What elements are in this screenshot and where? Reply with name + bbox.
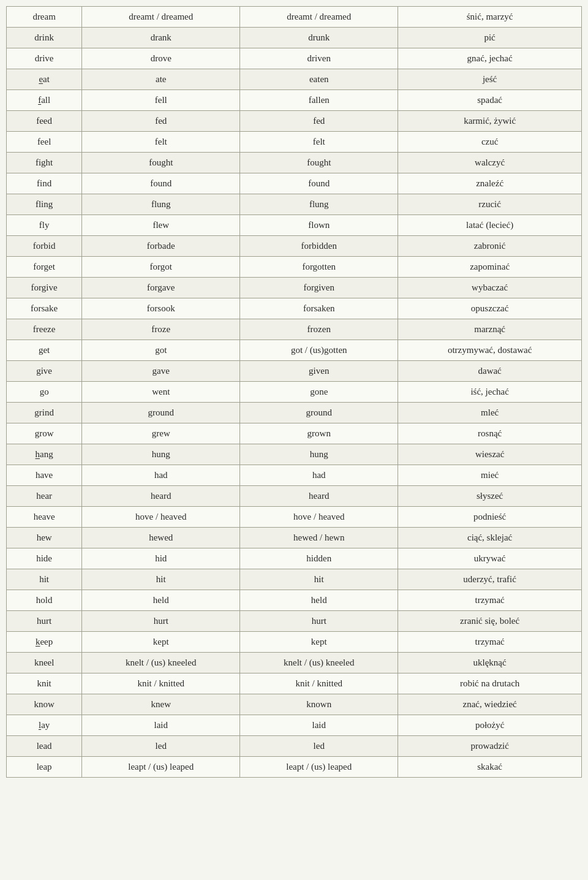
cell-col2: ground [82, 403, 240, 423]
table-row: hanghunghungwieszać [7, 444, 582, 465]
cell-col1: get [7, 340, 82, 361]
cell-col1: feed [7, 111, 82, 132]
cell-col3: led [240, 736, 398, 757]
table-row: flyflewflownlatać (lecieć) [7, 215, 582, 236]
cell-col1: know [7, 694, 82, 715]
table-row: feelfeltfeltczuć [7, 132, 582, 153]
cell-col4: mleć [398, 403, 582, 423]
cell-col2: fought [82, 153, 240, 173]
table-row: drinkdrankdrunkpić [7, 28, 582, 48]
cell-col1: hurt [7, 611, 82, 632]
cell-col4: walczyć [398, 153, 582, 173]
cell-col1: forsake [7, 298, 82, 319]
cell-col3: leapt / (us) leaped [240, 757, 398, 778]
cell-col1: grow [7, 423, 82, 444]
cell-col4: gnać, jechać [398, 48, 582, 69]
table-row: keepkeptkepttrzymać [7, 632, 582, 653]
cell-col4: iść, jechać [398, 382, 582, 403]
cell-col2: drank [82, 28, 240, 48]
cell-col1: hide [7, 548, 82, 569]
cell-col4: mieć [398, 465, 582, 486]
cell-col3: drunk [240, 28, 398, 48]
cell-col2: ate [82, 69, 240, 90]
cell-col3: dreamt / dreamed [240, 7, 398, 28]
cell-col4: zranić się, boleć [398, 611, 582, 632]
cell-col4: znaleźć [398, 173, 582, 194]
cell-col4: zapominać [398, 257, 582, 278]
cell-col2: flung [82, 194, 240, 215]
cell-col4: ukrywać [398, 548, 582, 569]
cell-col2: hid [82, 548, 240, 569]
cell-col1: drive [7, 48, 82, 69]
cell-col3: got / (us)gotten [240, 340, 398, 361]
cell-col3: grown [240, 423, 398, 444]
table-row: feedfedfedkarmić, żywić [7, 111, 582, 132]
cell-col2: leapt / (us) leaped [82, 757, 240, 778]
cell-col2: fed [82, 111, 240, 132]
cell-col2: hung [82, 444, 240, 465]
cell-col3: ground [240, 403, 398, 423]
cell-col2: led [82, 736, 240, 757]
cell-col1: grind [7, 403, 82, 423]
cell-col4: pić [398, 28, 582, 48]
cell-col3: forgiven [240, 278, 398, 298]
table-row: grindgroundgroundmleć [7, 403, 582, 423]
cell-col3: had [240, 465, 398, 486]
cell-col2: flew [82, 215, 240, 236]
cell-col1: fly [7, 215, 82, 236]
table-row: knowknewknownznać, wiedzieć [7, 694, 582, 715]
cell-col3: knit / knitted [240, 673, 398, 694]
cell-col3: known [240, 694, 398, 715]
cell-col2: kept [82, 632, 240, 653]
cell-col4: otrzymywać, dostawać [398, 340, 582, 361]
cell-col3: held [240, 590, 398, 611]
cell-col2: felt [82, 132, 240, 153]
cell-col3: laid [240, 715, 398, 736]
table-row: dreamdreamt / dreameddreamt / dreamedśni… [7, 7, 582, 28]
cell-col2: got [82, 340, 240, 361]
table-row: leapleapt / (us) leapedleapt / (us) leap… [7, 757, 582, 778]
cell-col4: dawać [398, 361, 582, 382]
cell-col2: knew [82, 694, 240, 715]
table-row: fightfoughtfoughtwalczyć [7, 153, 582, 173]
cell-col2: went [82, 382, 240, 403]
table-row: hidehidhiddenukrywać [7, 548, 582, 569]
cell-col4: znać, wiedzieć [398, 694, 582, 715]
cell-col2: fell [82, 90, 240, 111]
cell-col2: froze [82, 319, 240, 340]
cell-col1: find [7, 173, 82, 194]
cell-col2: hit [82, 569, 240, 590]
table-row: forsakeforsookforsakenopuszczać [7, 298, 582, 319]
cell-col1: keep [7, 632, 82, 653]
cell-col2: hewed [82, 528, 240, 548]
cell-col2: forgot [82, 257, 240, 278]
cell-col1: forbid [7, 236, 82, 257]
cell-col3: frozen [240, 319, 398, 340]
cell-col4: czuć [398, 132, 582, 153]
cell-col2: hove / heaved [82, 507, 240, 528]
cell-col1: hear [7, 486, 82, 507]
cell-col3: forgotten [240, 257, 398, 278]
table-row: flingflungflungrzucić [7, 194, 582, 215]
cell-col3: forsaken [240, 298, 398, 319]
cell-col2: forbade [82, 236, 240, 257]
cell-col2: dreamt / dreamed [82, 7, 240, 28]
table-row: freezefrozefrozenmarznąć [7, 319, 582, 340]
cell-col3: eaten [240, 69, 398, 90]
cell-col4: uklęknąć [398, 653, 582, 673]
table-row: knitknit / knittedknit / knittedrobić na… [7, 673, 582, 694]
cell-col4: słyszeć [398, 486, 582, 507]
cell-col1: lead [7, 736, 82, 757]
cell-col3: hove / heaved [240, 507, 398, 528]
cell-col3: fed [240, 111, 398, 132]
table-row: drivedrovedrivengnać, jechać [7, 48, 582, 69]
cell-col1: leap [7, 757, 82, 778]
cell-col2: knelt / (us) kneeled [82, 653, 240, 673]
cell-col4: skakać [398, 757, 582, 778]
cell-col1: have [7, 465, 82, 486]
cell-col4: wybaczać [398, 278, 582, 298]
table-row: hewhewedhewed / hewnciąć, sklejać [7, 528, 582, 548]
cell-col4: latać (lecieć) [398, 215, 582, 236]
cell-col3: knelt / (us) kneeled [240, 653, 398, 673]
cell-col2: knit / knitted [82, 673, 240, 694]
